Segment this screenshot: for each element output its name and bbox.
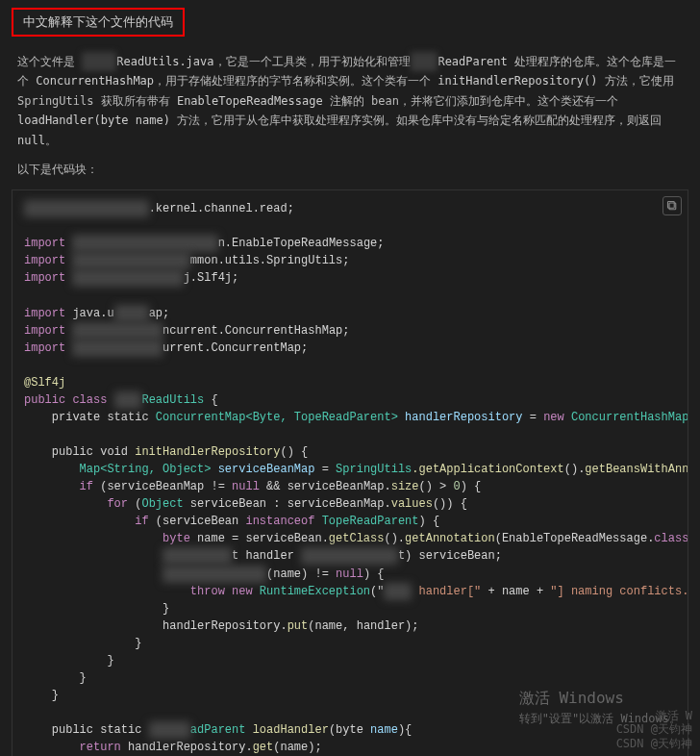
method: loadHandler(byte name) [17,113,170,127]
redacted: xxxxx [82,52,116,71]
section-label: 以下是代码块： [0,158,700,186]
corner-watermark: 激活 W CSDN @天钧神 CSDN @天钧神 [616,709,692,750]
filename: ReadUtils.java [116,55,213,68]
keyword: null [17,134,45,147]
code-block: package xxxxxxxxxs.kernel.channel.read; … [12,189,688,756]
copy-icon[interactable] [662,196,682,215]
redacted: xxxx [411,52,438,71]
text: 注解的 bean，并将它们添加到仓库中。这个类还有一个 [323,94,618,108]
method: initHandlerRepository() [438,74,597,88]
text: 。 [45,134,57,147]
corner-line: 激活 W [616,709,692,722]
classname: ReadParent [438,55,507,68]
text: ，它是一个工具类，用于初始化和管理 [214,55,411,68]
annotation: EnableTopeReadMessage [177,94,323,108]
text: 这个文件是 [17,55,82,68]
text: 方法，它用于从仓库中获取处理程序实例。如果仓库中没有与给定名称匹配的处理程序，则… [170,113,662,127]
watermark-title: 激活 Windows [519,687,681,710]
user-prompt-1: 中文解释下这个文件的代码 [12,8,185,37]
classname: ConcurrentHashMap [36,74,154,88]
text: ，用于存储处理程序的字节名称和实例。这个类有一个 [154,74,438,88]
corner-line: CSDN @天钧神 [616,737,692,750]
corner-line: CSDN @天钧神 [616,722,692,736]
code-content: package xxxxxxxxxs.kernel.channel.read; … [12,190,688,756]
prompt-text: 中文解释下这个文件的代码 [23,14,173,29]
response-description-1: 这个文件是 xxxxxReadUtils.java，它是一个工具类，用于初始化和… [0,44,700,158]
